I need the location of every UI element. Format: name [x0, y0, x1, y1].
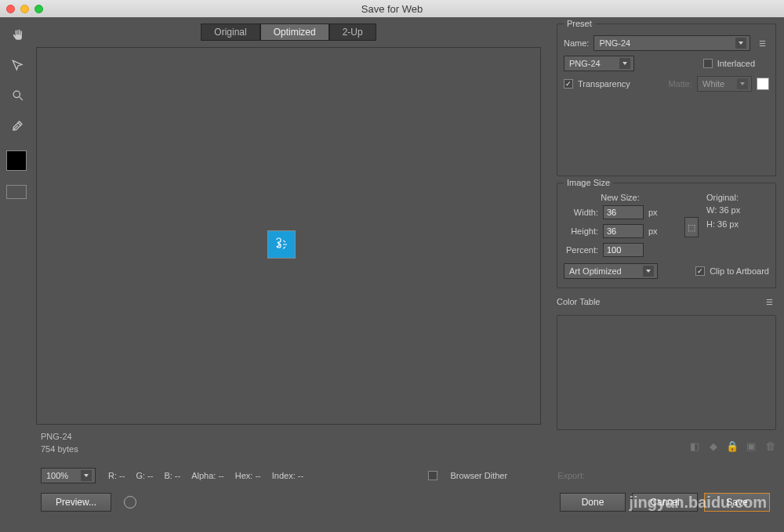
file-format: PNG-24	[41, 431, 536, 443]
preset-panel: Preset Name: PNG-24 PNG-24 Interlaced Tr…	[557, 24, 776, 176]
readout-b: B: --	[164, 471, 180, 480]
clip-to-artboard-label: Clip to Artboard	[710, 266, 769, 276]
file-info: PNG-24 754 bytes	[36, 425, 541, 461]
matte-label: Matte:	[668, 79, 692, 89]
resample-select[interactable]: Art Optimized	[564, 263, 658, 279]
snap-color-icon[interactable]: ◧	[688, 440, 701, 452]
tool-sidebar	[0, 17, 36, 461]
preset-panel-title: Preset	[564, 19, 595, 28]
eyedropper-tool-icon[interactable]	[6, 114, 30, 136]
color-table-panel	[557, 315, 776, 430]
export-label: Export:	[557, 471, 585, 480]
readout-g: G: --	[136, 471, 153, 480]
new-color-icon[interactable]: ▣	[745, 440, 757, 452]
color-table-toolbar: ◧ ◆ 🔒 ▣ 🗑	[557, 436, 776, 455]
constrain-proportions-icon[interactable]: ⬚	[684, 217, 699, 237]
preview-canvas[interactable]	[36, 47, 541, 425]
browser-preview-icon[interactable]	[124, 496, 136, 508]
matte-color-swatch[interactable]	[757, 78, 769, 90]
preset-flyout-menu[interactable]	[755, 38, 769, 49]
readout-r: R: --	[108, 471, 125, 480]
name-label: Name:	[564, 38, 589, 48]
color-table-header: Color Table	[557, 295, 776, 309]
file-size: 754 bytes	[41, 443, 536, 455]
window-titlebar: Save for Web	[0, 0, 784, 17]
done-button[interactable]: Done	[560, 493, 626, 512]
window-minimize-button[interactable]	[20, 5, 29, 13]
preset-name-select[interactable]: PNG-24	[593, 35, 750, 51]
artwork-preview	[267, 230, 296, 259]
readout-hex: Hex: --	[235, 471, 261, 480]
width-input[interactable]	[603, 205, 644, 219]
svg-point-0	[13, 91, 20, 97]
format-select[interactable]: PNG-24	[564, 56, 634, 71]
preview-tabs: Original Optimized 2-Up	[36, 24, 541, 41]
matte-select: White	[697, 76, 752, 92]
height-input[interactable]	[603, 224, 644, 238]
color-table-flyout-menu[interactable]	[762, 296, 776, 307]
readout-index: Index: --	[272, 471, 303, 480]
save-button[interactable]: Save	[704, 493, 770, 512]
new-size-label: New Size:	[564, 193, 677, 202]
browser-dither-checkbox[interactable]	[428, 471, 437, 480]
tab-2up[interactable]: 2-Up	[329, 24, 376, 41]
window-close-button[interactable]	[6, 5, 15, 13]
color-table-title: Color Table	[557, 297, 600, 306]
original-size-label: Original:	[706, 193, 769, 202]
interlaced-checkbox[interactable]	[703, 59, 713, 68]
transparency-label: Transparency	[578, 79, 630, 89]
delete-color-icon[interactable]: 🗑	[764, 440, 776, 452]
foreground-color-swatch[interactable]	[6, 150, 27, 171]
interlaced-label: Interlaced	[717, 59, 755, 68]
cancel-button[interactable]: Cancel	[632, 493, 698, 512]
original-width: W: 36 px	[706, 205, 769, 215]
shift-color-icon[interactable]: ◆	[707, 440, 720, 452]
browser-dither-label: Browser Dither	[450, 471, 507, 480]
tab-optimized[interactable]: Optimized	[260, 24, 329, 41]
slice-visibility-toggle[interactable]	[6, 185, 27, 199]
transparency-checkbox[interactable]	[564, 79, 573, 89]
preview-button[interactable]: Preview...	[41, 493, 111, 512]
original-height: H: 36 px	[706, 219, 769, 229]
slice-select-tool-icon[interactable]	[6, 55, 30, 77]
hand-tool-icon[interactable]	[6, 25, 30, 47]
zoom-select[interactable]: 100%	[41, 468, 96, 483]
readout-alpha: Alpha: --	[191, 471, 224, 480]
lock-color-icon[interactable]: 🔒	[726, 440, 739, 452]
clip-to-artboard-checkbox[interactable]	[695, 266, 705, 276]
window-zoom-button[interactable]	[34, 5, 43, 13]
tab-original[interactable]: Original	[201, 24, 260, 41]
image-size-title: Image Size	[564, 178, 613, 187]
zoom-tool-icon[interactable]	[6, 85, 30, 107]
image-size-panel: Image Size New Size: Width:px Height:px …	[557, 183, 776, 288]
percent-input[interactable]	[603, 243, 644, 257]
window-title: Save for Web	[361, 3, 423, 15]
